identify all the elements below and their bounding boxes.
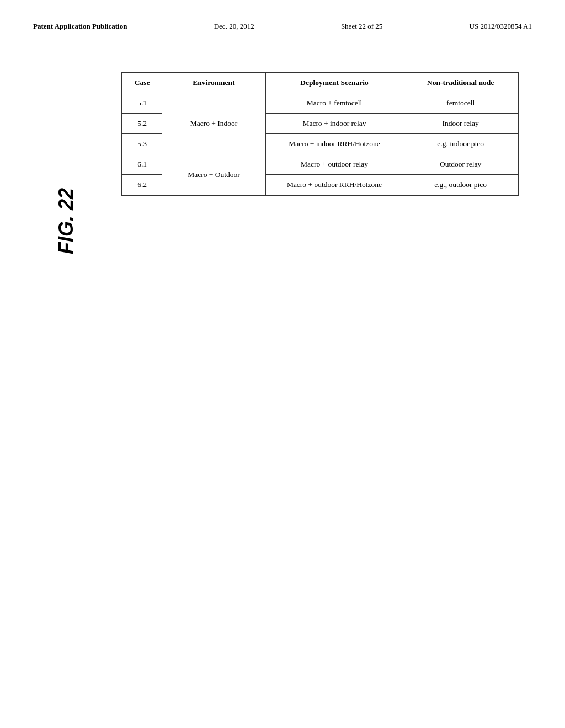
publication-date: Dec. 20, 2012 — [214, 22, 254, 31]
table-header-row: Case Environment Deployment Scenario Non… — [122, 72, 518, 93]
col-header-deployment: Deployment Scenario — [265, 72, 403, 93]
cell-deployment: Macro + indoor RRH/Hotzone — [265, 134, 403, 154]
cell-environment-indoor: Macro + Indoor — [162, 93, 265, 154]
cell-nontraditional: Outdoor relay — [403, 154, 518, 175]
patent-number: US 2012/0320854 A1 — [470, 22, 532, 31]
table-row: 5.1 Macro + Indoor Macro + femtocell fem… — [122, 93, 518, 114]
cell-nontraditional: e.g., outdoor pico — [403, 175, 518, 196]
main-table-container: Case Environment Deployment Scenario Non… — [121, 72, 519, 196]
sheet-info: Sheet 22 of 25 — [341, 22, 382, 31]
cell-environment-outdoor: Macro + Outdoor — [162, 154, 265, 196]
col-header-case: Case — [122, 72, 162, 93]
cell-case: 6.2 — [122, 175, 162, 196]
col-header-environment: Environment — [162, 72, 265, 93]
cell-nontraditional: Indoor relay — [403, 114, 518, 134]
publication-label: Patent Application Publication — [33, 22, 127, 31]
cell-case: 5.1 — [122, 93, 162, 114]
cell-case: 5.2 — [122, 114, 162, 134]
cell-case: 6.1 — [122, 154, 162, 175]
figure-label: FIG. 22 — [55, 188, 78, 254]
cell-case: 5.3 — [122, 134, 162, 154]
cell-nontraditional: e.g. indoor pico — [403, 134, 518, 154]
col-header-nontraditional: Non-traditional node — [403, 72, 518, 93]
cell-deployment: Macro + indoor relay — [265, 114, 403, 134]
cell-deployment: Macro + outdoor relay — [265, 154, 403, 175]
table-row: 6.1 Macro + Outdoor Macro + outdoor rela… — [122, 154, 518, 175]
cell-nontraditional: femtocell — [403, 93, 518, 114]
deployment-table: Case Environment Deployment Scenario Non… — [121, 72, 519, 196]
cell-deployment: Macro + outdoor RRH/Hotzone — [265, 175, 403, 196]
cell-deployment: Macro + femtocell — [265, 93, 403, 114]
